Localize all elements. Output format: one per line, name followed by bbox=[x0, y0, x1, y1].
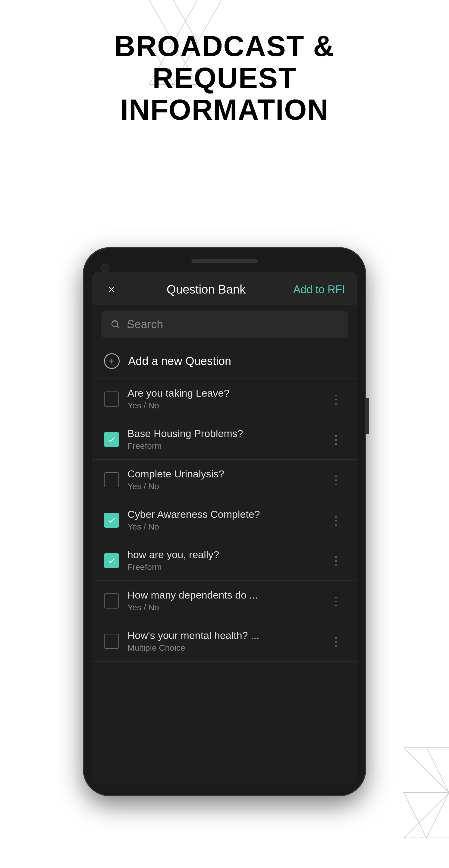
more-options-button[interactable]: ⋮ bbox=[327, 392, 345, 406]
close-button[interactable]: × bbox=[104, 283, 119, 296]
search-input[interactable] bbox=[127, 318, 339, 331]
question-type: Yes / No bbox=[127, 603, 327, 613]
svg-marker-5 bbox=[404, 793, 449, 838]
phone-outer: × Question Bank Add to RFI bbox=[83, 247, 366, 796]
header-title-area: BROADCAST & REQUEST INFORMATION bbox=[0, 30, 449, 126]
question-item[interactable]: Base Housing Problems?Freeform⋮ bbox=[92, 419, 357, 460]
question-title: Complete Urinalysis? bbox=[127, 468, 327, 480]
question-type: Freeform bbox=[127, 562, 327, 572]
screen-header: × Question Bank Add to RFI bbox=[92, 272, 357, 305]
add-question-label: Add a new Question bbox=[128, 355, 231, 368]
question-checkbox[interactable] bbox=[104, 432, 119, 447]
question-title: how are you, really? bbox=[127, 549, 327, 561]
question-content: Base Housing Problems?Freeform bbox=[127, 428, 327, 451]
question-title: How's your mental health? ... bbox=[127, 629, 327, 641]
more-options-button[interactable]: ⋮ bbox=[327, 594, 345, 608]
svg-marker-7 bbox=[404, 747, 449, 793]
question-type: Yes / No bbox=[127, 522, 327, 532]
question-item[interactable]: Are you taking Leave?Yes / No⋮ bbox=[92, 379, 357, 419]
question-type: Freeform bbox=[127, 441, 327, 451]
question-checkbox[interactable] bbox=[104, 392, 119, 407]
questions-list: Are you taking Leave?Yes / No⋮ Base Hous… bbox=[92, 379, 357, 661]
more-options-button[interactable]: ⋮ bbox=[327, 554, 345, 567]
question-content: how are you, really?Freeform bbox=[127, 549, 327, 572]
add-to-rfi-button[interactable]: Add to RFI bbox=[293, 283, 345, 296]
question-content: Complete Urinalysis?Yes / No bbox=[127, 468, 327, 491]
more-options-button[interactable]: ⋮ bbox=[327, 473, 345, 487]
search-icon bbox=[110, 319, 121, 330]
question-checkbox[interactable] bbox=[104, 634, 119, 649]
page-title: BROADCAST & REQUEST INFORMATION bbox=[114, 30, 334, 126]
question-type: Multiple Choice bbox=[127, 643, 327, 653]
question-item[interactable]: How's your mental health? ...Multiple Ch… bbox=[92, 621, 357, 661]
question-content: How's your mental health? ...Multiple Ch… bbox=[127, 629, 327, 653]
question-type: Yes / No bbox=[127, 482, 327, 491]
svg-marker-6 bbox=[404, 793, 449, 838]
more-options-button[interactable]: ⋮ bbox=[327, 513, 345, 527]
phone-speaker bbox=[191, 259, 258, 263]
question-item[interactable]: how are you, really?Freeform⋮ bbox=[92, 540, 357, 581]
screen-title: Question Bank bbox=[119, 283, 293, 296]
question-title: How many dependents do ... bbox=[127, 589, 327, 601]
question-checkbox[interactable] bbox=[104, 513, 119, 528]
phone-mockup: × Question Bank Add to RFI bbox=[77, 247, 372, 796]
svg-marker-4 bbox=[404, 747, 449, 793]
question-title: Base Housing Problems? bbox=[127, 428, 327, 439]
more-options-button[interactable]: ⋮ bbox=[327, 634, 345, 648]
question-content: Are you taking Leave?Yes / No bbox=[127, 387, 327, 410]
phone-side-button bbox=[366, 398, 369, 434]
question-title: Cyber Awareness Complete? bbox=[127, 508, 327, 520]
question-title: Are you taking Leave? bbox=[127, 387, 327, 399]
add-question-row[interactable]: Add a new Question bbox=[92, 344, 357, 379]
more-options-button[interactable]: ⋮ bbox=[327, 433, 345, 446]
question-content: How many dependents do ...Yes / No bbox=[127, 589, 327, 613]
question-content: Cyber Awareness Complete?Yes / No bbox=[127, 508, 327, 532]
bg-triangles-bottom-right bbox=[359, 747, 449, 868]
question-item[interactable]: How many dependents do ...Yes / No⋮ bbox=[92, 581, 357, 621]
phone-camera bbox=[101, 264, 109, 272]
question-item[interactable]: Complete Urinalysis?Yes / No⋮ bbox=[92, 460, 357, 500]
question-checkbox[interactable] bbox=[104, 472, 119, 487]
question-type: Yes / No bbox=[127, 401, 327, 410]
add-question-icon bbox=[104, 353, 120, 369]
question-checkbox[interactable] bbox=[104, 593, 119, 609]
question-item[interactable]: Cyber Awareness Complete?Yes / No⋮ bbox=[92, 500, 357, 540]
phone-screen: × Question Bank Add to RFI bbox=[92, 272, 357, 784]
question-checkbox[interactable] bbox=[104, 553, 119, 568]
search-container bbox=[101, 311, 348, 338]
